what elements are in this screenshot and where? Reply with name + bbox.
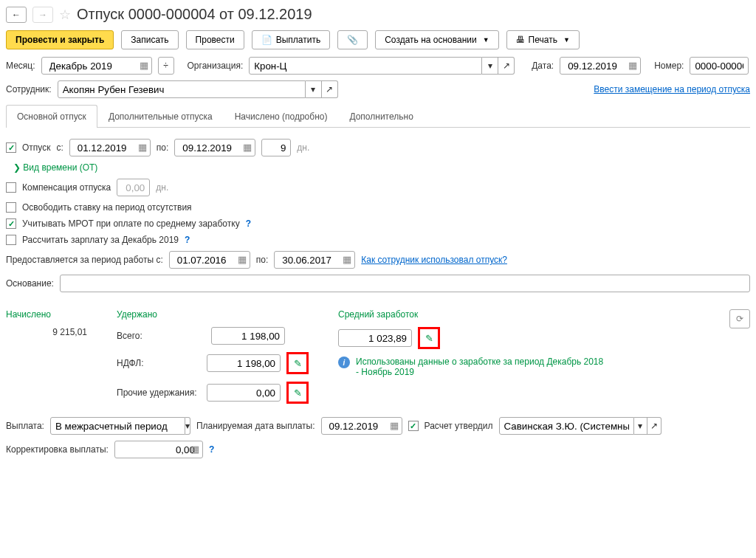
correction-label: Корректировка выплаты: — [6, 444, 109, 455]
from-date-field[interactable]: ▦ — [69, 139, 151, 156]
avg-field[interactable] — [338, 329, 412, 347]
payment-label: Выплата: — [6, 421, 44, 431]
date-field[interactable]: ▦ — [560, 57, 641, 75]
dropdown-button[interactable]: ▾ — [634, 417, 648, 435]
edit-avg-button[interactable]: ✎ — [422, 331, 436, 345]
forward-button[interactable]: → — [32, 7, 53, 23]
employee-field[interactable] — [58, 80, 306, 98]
edit-ndfl-button[interactable]: ✎ — [290, 356, 305, 371]
chevron-down-icon: ▼ — [563, 36, 570, 44]
accrued-header: Начислено — [6, 309, 87, 320]
print-button[interactable]: 🖶Печать▼ — [506, 30, 580, 49]
replacement-link[interactable]: Ввести замещение на период отпуска — [594, 84, 750, 94]
clip-icon: 📎 — [347, 35, 358, 45]
calendar-icon[interactable]: ▦ — [243, 142, 252, 153]
employee-label: Сотрудник: — [6, 84, 52, 94]
comp-unit: дн. — [156, 182, 168, 193]
planned-date-field[interactable]: ▦ — [321, 417, 402, 435]
save-button[interactable]: Записать — [121, 30, 178, 49]
planned-label: Планируемая дата выплаты: — [196, 421, 315, 431]
help-icon[interactable]: ? — [246, 218, 251, 229]
number-field[interactable] — [690, 57, 749, 75]
accrued-value: 9 215,01 — [6, 327, 87, 337]
vacation-checkbox[interactable] — [6, 142, 16, 153]
total-label: Всего: — [117, 331, 205, 341]
mrot-checkbox[interactable] — [6, 218, 16, 229]
calendar-icon[interactable]: ▦ — [343, 254, 351, 265]
correction-field[interactable]: ▦ — [114, 441, 203, 458]
edit-other-button[interactable]: ✎ — [290, 385, 305, 400]
info-icon: i — [338, 356, 350, 368]
calendar-icon[interactable]: ▦ — [138, 142, 147, 153]
dropdown-button[interactable]: ▾ — [482, 57, 498, 75]
pay-button[interactable]: 📄Выплатить — [252, 30, 331, 49]
compensation-checkbox[interactable] — [6, 182, 16, 193]
time-type-expand[interactable]: ❯ Вид времени (ОТ) — [13, 162, 97, 173]
coins-icon: 📄 — [261, 35, 272, 45]
compensation-field[interactable] — [117, 179, 150, 196]
info-text: Использованы данные о заработке за перио… — [356, 356, 607, 377]
calc-salary-checkbox[interactable] — [6, 235, 16, 245]
month-stepper[interactable]: ÷ — [158, 57, 174, 75]
dropdown-button[interactable]: ▾ — [306, 80, 322, 98]
period-to-field[interactable]: ▦ — [274, 251, 355, 269]
calendar-icon[interactable]: ▦ — [238, 254, 247, 265]
basis-label: Основание: — [6, 278, 54, 289]
favorite-icon[interactable]: ☆ — [59, 7, 71, 23]
other-label: Прочие удержания: — [117, 388, 201, 398]
chevron-down-icon: ▼ — [483, 36, 489, 44]
open-button[interactable]: ↗ — [498, 57, 515, 75]
month-label: Месяц: — [6, 61, 35, 71]
help-icon[interactable]: ? — [209, 444, 214, 455]
printer-icon: 🖶 — [516, 35, 525, 45]
open-button[interactable]: ↗ — [647, 417, 662, 435]
tab-accrued-detail[interactable]: Начислено (подробно) — [224, 105, 339, 128]
open-button[interactable]: ↗ — [322, 80, 338, 98]
org-label: Организация: — [188, 61, 244, 71]
period-to-label: по: — [256, 255, 269, 265]
avg-header: Средний заработок — [338, 309, 633, 320]
to-label: по: — [157, 142, 169, 153]
payment-field[interactable] — [50, 417, 185, 435]
basis-field[interactable] — [60, 275, 750, 292]
submit-button[interactable]: Провести — [186, 30, 244, 49]
other-field[interactable] — [207, 384, 281, 402]
from-label: с: — [56, 142, 63, 153]
back-button[interactable]: ← — [6, 7, 27, 23]
tab-extra[interactable]: Дополнительно — [338, 105, 424, 128]
release-rate-label: Освободить ставку на период отсутствия — [22, 202, 192, 213]
attach-button[interactable]: 📎 — [337, 30, 368, 49]
vacation-label: Отпуск — [22, 142, 50, 153]
ndfl-label: НДФЛ: — [117, 358, 201, 368]
release-rate-checkbox[interactable] — [6, 202, 16, 213]
days-unit: дн. — [297, 142, 309, 153]
to-date-field[interactable]: ▦ — [174, 139, 255, 156]
date-label: Дата: — [532, 61, 554, 71]
mrot-label: Учитывать МРОТ при оплате по среднему за… — [22, 218, 240, 229]
total-field[interactable] — [211, 327, 285, 345]
compensation-label: Компенсация отпуска — [22, 182, 111, 193]
ndfl-field[interactable] — [207, 354, 281, 372]
calc-salary-label: Рассчитать зарплату за Декабрь 2019 — [22, 235, 179, 245]
days-field[interactable] — [261, 139, 291, 156]
calendar-icon[interactable]: ▦ — [390, 420, 399, 431]
approved-by-field[interactable] — [499, 417, 634, 435]
tab-main-vacation[interactable]: Основной отпуск — [6, 105, 97, 128]
submit-close-button[interactable]: Провести и закрыть — [6, 30, 114, 49]
help-icon[interactable]: ? — [185, 235, 190, 245]
page-title: Отпуск 0000-000004 от 09.12.2019 — [77, 6, 312, 23]
create-based-button[interactable]: Создать на основании▼ — [375, 30, 498, 49]
month-field[interactable]: ▦ — [41, 57, 152, 75]
org-field[interactable] — [249, 57, 482, 75]
calendar-icon[interactable]: ▦ — [140, 60, 148, 71]
refresh-button[interactable]: ⟳ — [729, 309, 750, 328]
calendar-icon[interactable]: ▦ — [628, 60, 637, 71]
approved-label: Расчет утвердил — [425, 421, 493, 431]
approved-checkbox[interactable] — [408, 421, 419, 431]
period-from-field[interactable]: ▦ — [169, 251, 250, 269]
tab-additional[interactable]: Дополнительные отпуска — [97, 105, 224, 128]
calculator-icon[interactable]: ▦ — [190, 444, 199, 455]
period-label: Предоставляется за период работы с: — [6, 255, 163, 265]
usage-link[interactable]: Как сотрудник использовал отпуск? — [361, 255, 507, 265]
dropdown-button[interactable]: ▾ — [185, 417, 190, 435]
